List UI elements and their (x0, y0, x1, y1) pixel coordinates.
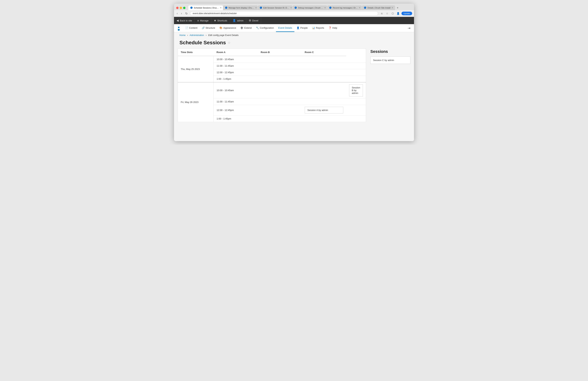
admin-toolbar: ◀ Back to site ≡ Manage ★ Shortcuts 👤 ad… (174, 17, 414, 24)
cell-thu-3-roomc (346, 69, 366, 76)
tab-label-4: Recent log messages | Dr… (333, 7, 358, 9)
tab-2[interactable]: 🔵 Edit Session Session B | D… ✕ (258, 5, 292, 10)
main-area: Time Slots Room A Room B Room C Thu, May… (174, 48, 414, 122)
admin-icon: 👤 (232, 19, 236, 22)
breadcrumb-admin[interactable]: Administration (190, 34, 204, 37)
timeslot-fri-4: 1:00 - 1:45pm (214, 115, 258, 122)
cell-fri-2-roomb (302, 98, 346, 105)
toolbar-devel[interactable]: ⚙ Devel (246, 17, 261, 24)
page-title: Schedule Sessions (179, 40, 226, 46)
toolbar-manage[interactable]: ≡ Manage (195, 17, 211, 24)
cell-thu-3-roomb (302, 69, 346, 76)
back-button[interactable]: ‹ (176, 11, 179, 16)
tab-3[interactable]: 🔵 Debug messages | Drush … ✕ (293, 5, 327, 10)
sessions-sidebar: Sessions Session C by admin (370, 48, 410, 64)
manage-icon: ≡ (197, 19, 199, 22)
nav-appearance[interactable]: 🎨 Appearance (217, 24, 238, 32)
tab-close-4[interactable]: ✕ (359, 6, 360, 9)
update-button[interactable]: Update (401, 12, 412, 15)
toolbar-admin[interactable]: 👤 admin (230, 17, 246, 24)
timeslot-thu-4: 1:00 - 1:45pm (214, 76, 258, 82)
table-row: Fri, May 26 2023 10:00 - 10:45am Session… (178, 82, 366, 98)
minimize-window-button[interactable] (180, 7, 182, 9)
cell-fri-3-roomc (346, 105, 366, 115)
profile-icon[interactable]: 👤 (396, 11, 400, 16)
nav-content[interactable]: 📄 Content (183, 24, 200, 32)
tab-5[interactable]: 🔵 Details | Drush Site-Install ✕ (362, 5, 395, 10)
people-label: People (300, 26, 308, 29)
breadcrumb-home[interactable]: Home (179, 34, 186, 37)
breadcrumb-sep-1: › (187, 34, 188, 37)
nav-structure[interactable]: 🔗 Structure (200, 24, 217, 32)
session-b-by-admin[interactable]: Session B by admin (349, 84, 363, 96)
people-icon: 👤 (296, 26, 299, 29)
cell-thu-2-roomb (302, 63, 346, 69)
schedule-table: Time Slots Room A Room B Room C Thu, May… (178, 48, 366, 122)
browser-addressbar: ‹ › ↻ ⎋ ☆ ⬡ 👤 Update (174, 10, 414, 17)
help-icon: ❓ (329, 26, 332, 29)
structure-icon: 🔗 (202, 26, 205, 29)
timeslot-fri-2: 11:00 - 11:45am (214, 98, 258, 105)
session-c-card[interactable]: Session C by admin (370, 57, 410, 64)
appearance-label: Appearance (223, 26, 236, 29)
tab-close-0[interactable]: ✕ (220, 6, 222, 9)
event-details-label: Event Details (278, 26, 292, 29)
nav-reports[interactable]: 📊 Reports (310, 24, 326, 32)
tab-label-1: Manage form display | Dru… (229, 7, 254, 9)
toolbar-shortcuts[interactable]: ★ Shortcuts (211, 17, 230, 24)
browser-window: 🔵 Schedule Sessions | Drus… ✕ 🔵 Manage f… (174, 4, 414, 141)
tab-4[interactable]: 🔵 Recent log messages | Dr… ✕ (327, 5, 362, 10)
tab-1[interactable]: 🔵 Manage form display | Dru… ✕ (223, 5, 258, 10)
table-row: Thu, May 25 2023 10:00 - 10:45am (178, 56, 366, 63)
favorite-icon[interactable]: ☆ (228, 41, 231, 45)
cell-fri-1-roomb (302, 82, 346, 98)
breadcrumb-prefix: Edit config page (208, 34, 225, 37)
tab-close-5[interactable]: ✕ (391, 6, 393, 9)
tab-0[interactable]: 🔵 Schedule Sessions | Drus… ✕ (188, 5, 223, 10)
close-window-button[interactable] (176, 7, 179, 9)
bookmark-icon[interactable]: ☆ (385, 11, 389, 16)
cell-fri-2-rooma (258, 98, 302, 105)
cell-fri-1-roomc: Session B by admin (346, 82, 366, 98)
page-header: Schedule Sessions ☆ (174, 38, 414, 48)
tab-close-3[interactable]: ✕ (324, 6, 326, 9)
extensions-icon[interactable]: ⬡ (391, 11, 395, 16)
cell-fri-4-roomb (302, 115, 346, 122)
col-timeslots: Time Slots (178, 49, 214, 56)
browser-titlebar: 🔵 Schedule Sessions | Drus… ✕ 🔵 Manage f… (174, 4, 414, 10)
session-a-by-admin[interactable]: Session A by admin (305, 107, 343, 114)
tab-label-5: Details | Drush Site-Install (367, 7, 390, 9)
nav-help[interactable]: ❓ Help (326, 24, 339, 32)
cell-thu-1-roomc (346, 56, 366, 63)
secondary-nav: 📄 Content 🔗 Structure 🎨 Appearance ➕ Ext… (174, 24, 414, 32)
cell-fri-2-roomc (346, 98, 366, 105)
day-fri: Fri, May 26 2023 (178, 82, 214, 122)
shortcuts-icon: ★ (214, 19, 216, 22)
manage-label: Manage (200, 19, 209, 22)
timeslot-fri-3: 12:00 - 12:45pm (214, 105, 258, 115)
drupal-logo (176, 25, 182, 31)
share-icon[interactable]: ⎋ (380, 11, 384, 16)
tab-close-1[interactable]: ✕ (255, 6, 257, 9)
forward-button[interactable]: › (180, 11, 183, 16)
tab-close-2[interactable]: ✕ (290, 6, 292, 9)
nav-people[interactable]: 👤 People (294, 24, 310, 32)
devel-label: Devel (252, 19, 258, 22)
address-bar[interactable] (190, 11, 378, 16)
col-room-c: Room C (302, 49, 346, 56)
maximize-window-button[interactable] (183, 7, 186, 9)
toolbar-back-to-site[interactable]: ◀ Back to site (174, 17, 195, 24)
new-tab-button[interactable]: + (395, 5, 400, 10)
nav-toggle[interactable]: ⇥ (406, 26, 412, 30)
extend-icon: ➕ (240, 26, 243, 29)
admin-label: admin (237, 19, 243, 22)
traffic-lights (176, 7, 186, 9)
reload-button[interactable]: ↻ (184, 11, 189, 16)
sessions-title: Sessions (370, 49, 410, 54)
cell-thu-2-roomc (346, 63, 366, 69)
nav-extend[interactable]: ➕ Extend (238, 24, 254, 32)
tab-label-3: Debug messages | Drush … (298, 7, 323, 9)
nav-configuration[interactable]: 🔧 Configuration (254, 24, 276, 32)
nav-event-details[interactable]: Event Details (276, 24, 294, 32)
cell-thu-2-rooma (258, 63, 302, 69)
